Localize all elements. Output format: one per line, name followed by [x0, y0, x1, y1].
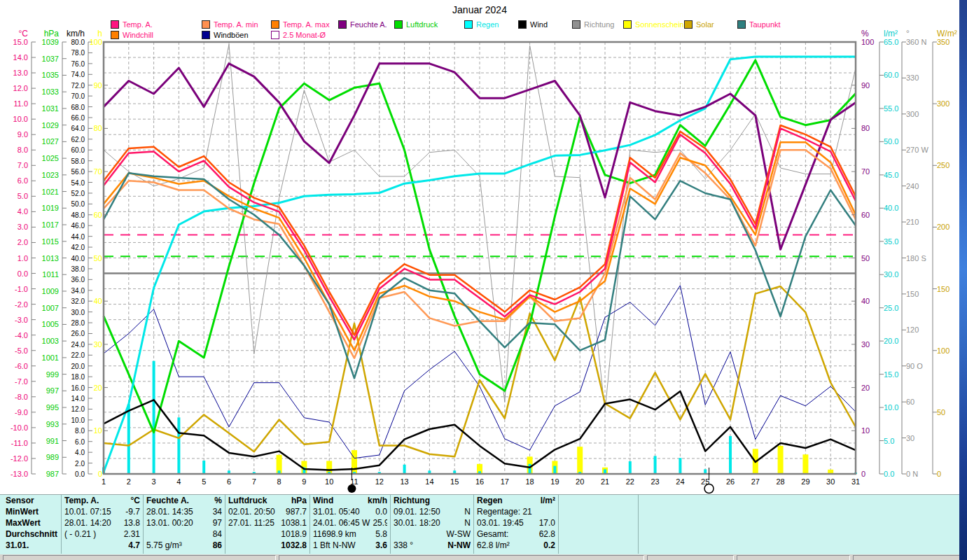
legend-item-richtung[interactable]: Richtung [572, 20, 614, 29]
axis-label-temp: 3.0 [18, 223, 28, 231]
axis-label-wm2: 50 [937, 408, 945, 416]
axis-label-kmh: 30.0 [71, 309, 85, 316]
axis-label-lm2: 35.0 [884, 237, 898, 246]
bar-sonnenschein [577, 447, 583, 474]
x-axis-label: 21 [601, 477, 609, 486]
table-empty-column [559, 495, 639, 554]
axis-label-temp: 5.0 [18, 192, 28, 200]
axis-label-hpa: 1007 [42, 304, 59, 312]
legend-item-wind[interactable]: Wind [518, 20, 548, 29]
axis-label-kmh: 14.0 [71, 395, 85, 402]
axis-label-kmh: 44.0 [71, 233, 85, 241]
axis-label-hpa: 993 [46, 420, 59, 428]
axis-label-deg: 150 [906, 290, 919, 298]
x-axis-label: 17 [501, 477, 509, 486]
legend-item-sonnenschein[interactable]: Sonnenschein [623, 20, 684, 29]
axis-label-wm2: 300 [937, 99, 949, 108]
table-cell-label: 5.75 g/m³ [146, 540, 182, 551]
axis-label-kmh: 68.0 [71, 104, 85, 111]
table-cell-label: 09.01. 12:50 [394, 506, 440, 517]
table-cell-label: 28.01. 14:20 [64, 517, 111, 528]
x-axis-label: 29 [801, 477, 809, 486]
axis-label-kmh: 42.0 [71, 244, 85, 251]
table-cell-label: 02.01. 20:50 [228, 506, 275, 517]
x-axis-label: 1 [102, 477, 106, 486]
bar-regen-t-glich- [629, 461, 632, 474]
table-cell-value: 2.31 [124, 528, 140, 540]
table-column-header: Richtung [394, 495, 471, 506]
x-axis-label: 22 [626, 477, 634, 486]
axis-label-wm2: 100 [937, 346, 949, 355]
x-axis-label: 7 [252, 477, 256, 486]
axis-label-lm2: 10.0 [884, 403, 898, 412]
legend-item-windchill[interactable]: Windchill [111, 31, 153, 39]
axis-label-temp: 11.0 [13, 99, 28, 108]
legend-item-taupunkt[interactable]: Taupunkt [737, 20, 781, 29]
legend-item-luftdruck[interactable]: Luftdruck [394, 20, 438, 29]
axis-label-pct: 50 [861, 254, 870, 262]
legend-label: Taupunkt [749, 20, 781, 29]
table-cell-value: 1038.1 [281, 517, 307, 528]
table-cell-value: 86 [213, 540, 222, 551]
axis-label-kmh: 48.0 [71, 211, 85, 219]
table-row: 5.75 g/m³86 [146, 540, 222, 551]
legend-item-windb-en[interactable]: Windböen [202, 31, 249, 39]
table-cell-label: 31.01. 05:40 [313, 506, 360, 517]
bar-regen-t-glich- [403, 465, 406, 474]
axis-label-deg: 180 S [906, 254, 926, 262]
axis-label-lm2: 30.0 [884, 270, 898, 279]
table-cell-value: 13.8 [124, 517, 140, 528]
table-column-temp-a-: Temp. A.°C10.01. 07:15-9.728.01. 14:2013… [62, 495, 144, 554]
axis-label-lm2: 50.0 [884, 137, 898, 146]
x-axis-label: 23 [651, 477, 659, 486]
legend-swatch-icon [623, 20, 632, 29]
table-column-wind: Windkm/h31.01. 05:400.024.01. 06:45 W25.… [310, 495, 391, 554]
table-cell-label: Temp. A. [64, 495, 99, 506]
axis-label-kmh: 66.0 [71, 114, 85, 122]
table-cell-label: 62.8 l/m² [477, 540, 510, 551]
legend-item-solar[interactable]: Solar [684, 20, 714, 29]
axis-unit-temp: °C [19, 29, 29, 38]
bar-regen-t-glich- [177, 417, 180, 474]
legend-item-feuchte-a-[interactable]: Feuchte A. [338, 20, 387, 29]
axis-label-pct: 0 [861, 470, 865, 478]
axis-label-lm2: 40.0 [884, 204, 898, 212]
axis-label-kmh: 0.0 [75, 470, 85, 478]
new-moon-icon [347, 484, 356, 493]
table-cell-label: 28.01. 14:35 [146, 506, 193, 517]
legend-label: Windböen [214, 31, 249, 39]
axis-label-hpa: 1009 [42, 287, 59, 295]
axis-label-kmh: 76.0 [71, 60, 85, 68]
bar-regen-t-glich- [654, 456, 657, 474]
full-moon-icon [704, 484, 714, 493]
axis-label-temp: -7.0 [15, 377, 28, 386]
table-row-header: Sensor [6, 495, 58, 506]
table-cell-value: 97 [213, 517, 222, 528]
legend-item-2-5-monat-[interactable]: 2.5 Monat-Ø [271, 31, 326, 39]
axis-label-deg: 360 N [906, 38, 926, 46]
axis-label-temp: -8.0 [15, 393, 28, 401]
axis-label-pct: 40 [861, 297, 870, 305]
table-row-header: MinWert [6, 506, 58, 517]
axis-label-hpa: 995 [46, 403, 59, 412]
axis-label-kmh: 6.0 [75, 438, 85, 446]
legend-item-temp-a-min[interactable]: Temp. A. min [202, 20, 258, 29]
table-row: 30.01. 18:20N [394, 517, 471, 528]
table-row: 1 Bft N-NW3.6 [313, 540, 387, 551]
table-cell-value: 25.9 [373, 517, 387, 528]
chart-canvas: 15.014.013.012.011.010.09.08.07.06.05.04… [0, 0, 967, 494]
axis-label-h: 40 [94, 297, 102, 305]
legend-item-temp-a-[interactable]: Temp. A. [111, 20, 153, 29]
x-axis-label: 10 [325, 477, 333, 486]
axis-label-lm2: 0.0 [884, 470, 894, 478]
axis-label-kmh: 28.0 [71, 319, 85, 327]
legend-swatch-icon [684, 20, 693, 29]
legend-item-temp-a-max[interactable]: Temp. A. max [271, 20, 330, 29]
table-cell-label: ( - 0.21 ) [64, 528, 96, 540]
legend-item-regen[interactable]: Regen [464, 20, 499, 29]
axis-label-temp: -3.0 [15, 316, 28, 324]
table-cell-value: N-NW [447, 540, 471, 551]
axis-label-hpa: 1027 [42, 137, 59, 146]
axis-label-deg: 330 [906, 74, 919, 82]
table-cell-label: 338 ° [394, 540, 413, 551]
